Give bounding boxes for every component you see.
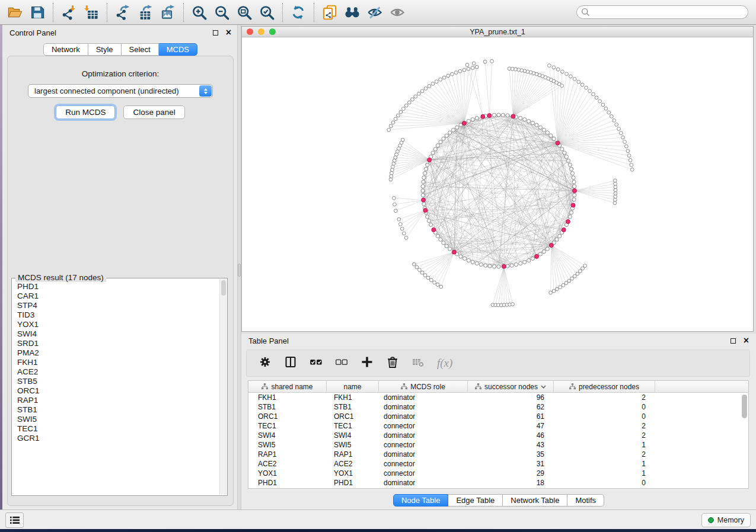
close-panel-icon[interactable]: × (226, 30, 231, 36)
zoom-out-button[interactable] (210, 2, 233, 23)
tab-edge-table[interactable]: Edge Table (448, 494, 503, 507)
result-node-item[interactable]: STB1 (13, 405, 219, 415)
result-scrollbar[interactable] (219, 279, 227, 495)
import-table-button[interactable] (80, 2, 103, 23)
run-mcds-button[interactable]: Run MCDS (56, 105, 115, 119)
tab-node-table[interactable]: Node Table (393, 494, 449, 507)
add-row-button[interactable] (361, 355, 374, 371)
result-node-item[interactable]: SRD1 (13, 339, 219, 348)
show-all-button[interactable] (386, 2, 409, 23)
cell: YOX1 (248, 469, 327, 477)
column-header-shared-name[interactable]: shared name (248, 381, 327, 392)
cell: 96 (468, 393, 554, 402)
column-header-name[interactable]: name (327, 381, 379, 392)
select-stepper-icon (199, 85, 212, 97)
tab-mcds[interactable]: MCDS (159, 43, 197, 56)
deselect-all-button[interactable] (335, 355, 348, 371)
close-panel-button[interactable]: Close panel (123, 105, 184, 119)
export-network-button[interactable] (111, 2, 134, 23)
delete-table-button (412, 355, 425, 371)
result-node-item[interactable]: SWI5 (13, 415, 219, 424)
table-row[interactable]: ORC1ORC1dominator610 (248, 412, 748, 421)
cell: 47 (468, 422, 554, 430)
zoom-selected-button[interactable] (256, 2, 278, 23)
table-row[interactable]: FKH1FKH1dominator962 (248, 393, 748, 402)
result-node-item[interactable]: PHD1 (13, 282, 219, 291)
close-table-panel-icon[interactable]: × (744, 338, 749, 344)
optimization-criterion-label: Optimization criterion: (8, 69, 233, 78)
search-input[interactable] (576, 5, 748, 19)
network-window-title: YPA_prune.txt_1 (242, 28, 753, 36)
tab-style[interactable]: Style (88, 43, 122, 56)
float-table-panel-icon[interactable] (731, 338, 736, 344)
clone-network-button[interactable] (318, 2, 341, 23)
result-node-item[interactable]: RAP1 (13, 396, 219, 405)
cell: 46 (468, 431, 554, 440)
panel-splitter[interactable] (237, 25, 241, 509)
table-row[interactable]: TEC1TEC1connector472 (248, 421, 748, 431)
result-node-item[interactable]: TID3 (13, 310, 219, 320)
result-node-item[interactable]: ACE2 (13, 367, 219, 377)
network-graph-canvas[interactable] (242, 37, 753, 331)
table-row[interactable]: RAP1RAP1dominator352 (248, 450, 748, 459)
column-header-successor-nodes[interactable]: successor nodes (468, 381, 554, 392)
import-network-icon (61, 5, 76, 20)
result-node-item[interactable]: SWI4 (13, 329, 219, 339)
save-session-button[interactable] (26, 2, 49, 23)
delete-row-button[interactable] (386, 355, 399, 371)
export-image-button[interactable] (157, 2, 179, 23)
select-all-button[interactable] (310, 355, 323, 371)
tab-network[interactable]: Network (43, 43, 88, 56)
memory-button[interactable]: Memory (701, 513, 751, 527)
hide-selected-button[interactable] (363, 2, 386, 23)
table-row[interactable]: SWI4SWI4dominator462 (248, 431, 748, 440)
result-node-item[interactable]: CAR1 (13, 291, 219, 301)
mcds-result-list[interactable]: PHD1CAR1STP4TID3YOX1SWI4SRD1PMA2FKH1ACE2… (13, 282, 219, 494)
add-row-icon (361, 355, 374, 368)
tab-motifs[interactable]: Motifs (567, 494, 604, 507)
result-node-item[interactable]: STB5 (13, 377, 219, 386)
find-nodes-button[interactable] (341, 2, 363, 23)
columns-panel-button[interactable] (284, 355, 297, 371)
find-nodes-icon (344, 5, 360, 20)
column-header-MCDS-role[interactable]: MCDS role (379, 381, 468, 392)
table-settings-button[interactable] (259, 355, 272, 371)
status-bar: Memory (0, 509, 756, 529)
control-panel: Control Panel × NetworkStyleSelectMCDS O… (2, 25, 238, 509)
cell: 2 (554, 393, 655, 402)
network-window-titlebar[interactable]: YPA_prune.txt_1 (242, 27, 753, 37)
task-history-button[interactable] (5, 512, 24, 528)
cell: connector (379, 469, 468, 477)
result-node-item[interactable]: ORC1 (13, 386, 219, 396)
zoom-out-icon (214, 5, 229, 20)
result-node-item[interactable]: PMA2 (13, 348, 219, 358)
table-row[interactable]: STB1STB1dominator620 (248, 402, 748, 412)
delete-row-icon (386, 355, 399, 368)
refresh-view-button[interactable] (287, 2, 310, 23)
result-node-item[interactable]: GCR1 (13, 434, 219, 443)
zoom-fit-button[interactable] (233, 2, 256, 23)
result-node-item[interactable]: STP4 (13, 301, 219, 310)
result-node-item[interactable]: TEC1 (13, 424, 219, 434)
table-row[interactable]: SWI5SWI5connector431 (248, 440, 748, 450)
import-network-button[interactable] (58, 2, 80, 23)
table-row[interactable]: ACE2ACE2connector311 (248, 459, 748, 469)
tab-network-table[interactable]: Network Table (503, 494, 567, 507)
export-table-button[interactable] (134, 2, 157, 23)
cell: 62 (468, 403, 554, 411)
tab-select[interactable]: Select (122, 43, 159, 56)
cell: ACE2 (327, 460, 379, 468)
hierarchy-icon (569, 383, 576, 390)
float-panel-icon[interactable] (213, 30, 218, 36)
zoom-in-button[interactable] (188, 2, 210, 23)
hierarchy-icon (401, 383, 407, 390)
table-row[interactable]: PHD1PHD1dominator180 (248, 478, 748, 488)
column-header-predecessor-nodes[interactable]: predecessor nodes (554, 381, 655, 392)
table-scrollbar[interactable] (741, 393, 748, 488)
criterion-select[interactable]: largest connected component (undirected) (28, 84, 213, 98)
splitter-handle[interactable] (238, 264, 241, 277)
result-node-item[interactable]: FKH1 (13, 358, 219, 367)
table-row[interactable]: YOX1YOX1connector291 (248, 469, 748, 478)
open-file-button[interactable] (4, 2, 26, 23)
result-node-item[interactable]: YOX1 (13, 320, 219, 329)
